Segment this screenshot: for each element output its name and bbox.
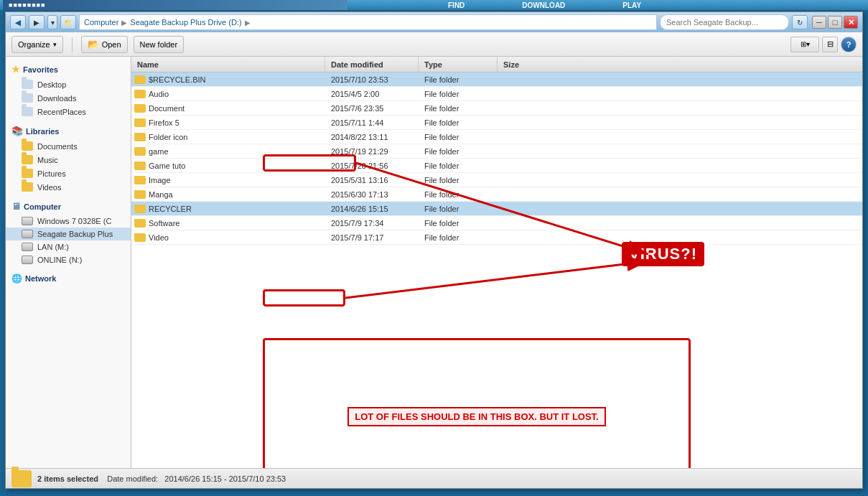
- file-row[interactable]: Software 2015/7/9 17:34 File folder: [131, 216, 862, 230]
- favorites-label: Favorites: [23, 65, 58, 74]
- up-button[interactable]: 📁: [60, 15, 76, 29]
- file-cell-date-4: 2014/8/22 13:11: [325, 133, 419, 141]
- file-cell-type-8: File folder: [419, 190, 498, 199]
- file-name-10: Software: [149, 219, 179, 228]
- file-row[interactable]: Firefox 5 2015/7/11 1:44 File folder: [131, 116, 862, 130]
- file-cell-type-3: File folder: [419, 118, 498, 127]
- file-row[interactable]: Document 2015/7/6 23:35 File folder: [131, 101, 862, 116]
- sidebar-item-lan[interactable]: LAN (M:): [6, 240, 131, 253]
- videos-folder-icon: [22, 182, 33, 192]
- sidebar-item-seagate[interactable]: Seagate Backup Plus: [6, 228, 131, 240]
- file-row[interactable]: Image 2015/5/31 13:16 File folder: [131, 173, 862, 187]
- file-row[interactable]: game 2015/7/19 21:29 File folder: [131, 144, 862, 159]
- file-name-9: RECYCLER: [149, 205, 192, 213]
- folder-icon-4: [134, 133, 146, 141]
- breadcrumb: Computer ▶ Seagate Backup Plus Drive (D:…: [79, 14, 657, 30]
- computer-label: Computer: [24, 202, 61, 211]
- breadcrumb-computer[interactable]: Computer: [84, 18, 118, 27]
- folder-icon-10: [134, 219, 146, 228]
- sidebar-item-music[interactable]: Music: [6, 153, 131, 167]
- new-folder-button[interactable]: New folder: [134, 36, 185, 53]
- title-bar: ◀ ▶ ▾ 📁 Computer ▶ Seagate Backup Plus D…: [6, 12, 862, 32]
- folder-icon-11: [134, 233, 146, 242]
- downloads-label: Downloads: [37, 94, 76, 103]
- computer-section[interactable]: 🖥 Computer: [6, 198, 131, 215]
- favorites-icon: ★: [11, 64, 20, 75]
- file-name-11: Video: [149, 233, 169, 242]
- libraries-section[interactable]: 📚 Libraries: [6, 123, 131, 139]
- organize-chevron: ▾: [53, 41, 57, 48]
- file-cell-name-6: Game tuto: [131, 162, 325, 170]
- minimize-button[interactable]: ─: [812, 16, 826, 29]
- sidebar-item-downloads[interactable]: Downloads: [6, 91, 131, 105]
- file-cell-type-10: File folder: [419, 219, 498, 228]
- sidebar-item-videos[interactable]: Videos: [6, 180, 131, 194]
- seagate-drive-icon: [22, 230, 33, 238]
- recent-folder-icon: [22, 107, 33, 116]
- file-name-6: Game tuto: [149, 162, 185, 170]
- folder-icon-5: [134, 147, 146, 156]
- col-type[interactable]: Type: [419, 57, 498, 72]
- file-cell-date-6: 2015/7/20 21:56: [325, 162, 419, 170]
- sidebar-item-win7[interactable]: Windows 7 0328E (C: [6, 215, 131, 228]
- refresh-button[interactable]: ↻: [792, 15, 808, 29]
- pane-toggle-button[interactable]: ⊟: [822, 37, 838, 52]
- folder-icon-6: [134, 162, 146, 170]
- music-folder-icon: [22, 155, 33, 164]
- file-cell-date-10: 2015/7/9 17:34: [325, 219, 419, 228]
- back-button[interactable]: ◀: [10, 15, 26, 29]
- recent-pages-button[interactable]: ▾: [47, 15, 57, 29]
- close-button[interactable]: ✕: [844, 16, 858, 29]
- help-button[interactable]: ?: [841, 37, 857, 52]
- status-folder-icon: [11, 470, 32, 487]
- file-cell-date-9: 2014/6/26 15:15: [325, 205, 419, 213]
- file-cell-type-0: File folder: [419, 75, 498, 84]
- network-section[interactable]: 🌐 Network: [6, 271, 131, 286]
- file-name-1: Audio: [149, 90, 169, 98]
- view-options-button[interactable]: ⊞▾: [790, 37, 819, 52]
- file-cell-name-5: game: [131, 147, 325, 156]
- file-cell-name-0: $RECYCLE.BIN: [131, 75, 325, 84]
- sidebar-item-pictures[interactable]: Pictures: [6, 167, 131, 180]
- browser-play-text: PLAY: [622, 1, 641, 9]
- file-list: $RECYCLE.BIN 2015/7/10 23:53 File folder…: [131, 72, 862, 468]
- file-area: Name Date modified Type Size $RECYCLE.BI…: [131, 57, 862, 468]
- col-name[interactable]: Name: [131, 57, 325, 72]
- music-label: Music: [37, 156, 58, 164]
- maximize-button[interactable]: □: [828, 16, 842, 29]
- favorites-section[interactable]: ★ Favorites: [6, 61, 131, 78]
- lan-label: LAN (M:): [37, 243, 69, 251]
- computer-icon: 🖥: [11, 201, 21, 212]
- downloads-folder-icon: [22, 93, 33, 103]
- file-cell-date-11: 2015/7/9 17:17: [325, 233, 419, 242]
- file-row[interactable]: Video 2015/7/9 17:17 File folder: [131, 230, 862, 245]
- file-row[interactable]: Manga 2015/6/30 17:13 File folder: [131, 187, 862, 202]
- open-button[interactable]: 📂 Open: [81, 36, 128, 53]
- file-name-8: Manga: [149, 190, 173, 199]
- organize-label: Organize: [18, 40, 50, 49]
- file-row[interactable]: RECYCLER 2014/6/26 15:15 File folder: [131, 202, 862, 216]
- col-size[interactable]: Size: [498, 57, 555, 72]
- sidebar-item-documents[interactable]: Documents: [6, 139, 131, 153]
- toolbar-right: ⊞▾ ⊟ ?: [790, 37, 857, 52]
- file-cell-type-11: File folder: [419, 233, 498, 242]
- file-row[interactable]: Audio 2015/4/5 2:00 File folder: [131, 87, 862, 101]
- folder-icon-2: [134, 104, 146, 113]
- sidebar-item-online[interactable]: ONLINE (N:): [6, 253, 131, 266]
- libraries-icon: 📚: [11, 126, 23, 136]
- organize-button[interactable]: Organize ▾: [11, 36, 63, 53]
- search-input[interactable]: [660, 14, 789, 30]
- file-cell-name-7: Image: [131, 176, 325, 184]
- sidebar: ★ Favorites Desktop Downloads RecentPlac…: [6, 57, 131, 468]
- file-row[interactable]: $RECYCLE.BIN 2015/7/10 23:53 File folder: [131, 72, 862, 87]
- file-row[interactable]: Folder icon 2014/8/22 13:11 File folder: [131, 130, 862, 144]
- forward-button[interactable]: ▶: [29, 15, 45, 29]
- col-date[interactable]: Date modified: [325, 57, 419, 72]
- file-name-3: Firefox 5: [149, 118, 179, 127]
- breadcrumb-drive[interactable]: Seagate Backup Plus Drive (D:): [130, 18, 241, 27]
- sidebar-item-recentplaces[interactable]: RecentPlaces: [6, 105, 131, 118]
- file-row[interactable]: Game tuto 2015/7/20 21:56 File folder: [131, 159, 862, 173]
- column-headers: Name Date modified Type Size: [131, 57, 862, 72]
- win7-drive-icon: [22, 217, 33, 225]
- sidebar-item-desktop[interactable]: Desktop: [6, 78, 131, 91]
